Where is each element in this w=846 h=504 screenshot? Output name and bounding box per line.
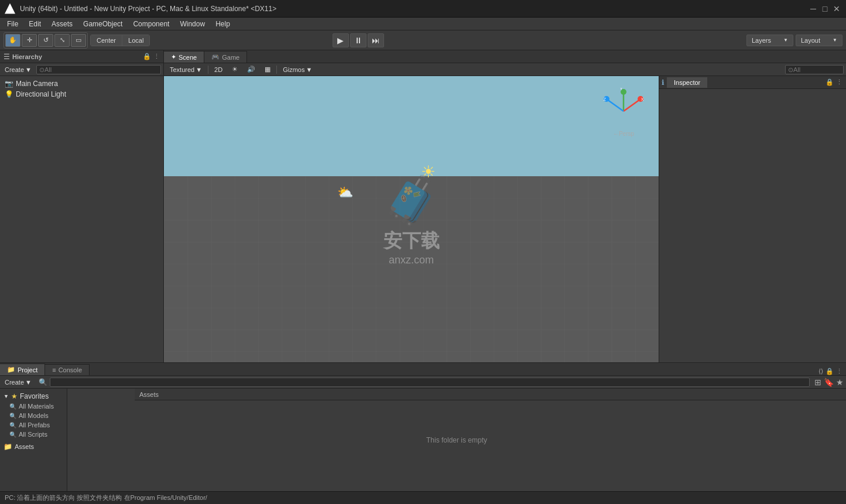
tab-scene[interactable]: ✦ Scene [164, 51, 204, 63]
hand-tool-button[interactable]: ✋ [5, 34, 20, 47]
scene-gizmos-arrow: ▼ [306, 66, 312, 73]
inspector-tab-label: Inspector [674, 79, 700, 86]
project-sidebar: ▼ ★ Favorites 🔍 All Materials 🔍 All Mode… [0, 389, 67, 491]
search-icon-materials: 🔍 [9, 403, 16, 410]
inspector-menu-button[interactable]: ⋮ [836, 78, 842, 86]
project-tab-icon: 📁 [7, 366, 15, 373]
hierarchy-search-input[interactable] [36, 65, 161, 74]
scene-textured-button[interactable]: Textured ▼ [166, 65, 205, 74]
rotate-tool-button[interactable]: ↺ [38, 34, 53, 47]
hierarchy-menu-button[interactable]: ⋮ [153, 53, 160, 60]
project-tab-label: Project [18, 366, 37, 373]
project-view-toggle-button[interactable]: ⊞ [814, 378, 821, 387]
project-lock-button[interactable]: 🔒 [826, 368, 834, 375]
scene-inspector-row: ☀ ⛅ [164, 76, 846, 362]
project-favorites-header[interactable]: ▼ ★ Favorites [0, 391, 67, 402]
scene-search-input[interactable] [785, 65, 844, 74]
main-camera-label: Main Camera [16, 80, 58, 88]
all-models-label: All Models [19, 412, 49, 419]
project-assets-folder[interactable]: 📁 Assets [0, 441, 67, 452]
project-toolbar: Create ▼ 🔍 ⊞ 🔖 ★ [0, 376, 846, 389]
project-sidebar-all-materials[interactable]: 🔍 All Materials [0, 402, 67, 411]
scene-game-tabs: ✦ Scene 🎮 Game [164, 50, 846, 63]
project-sidebar-all-models[interactable]: 🔍 All Models [0, 411, 67, 420]
menubar: File Edit Assets GameObject Component Wi… [0, 18, 846, 30]
menu-component[interactable]: Component [128, 19, 174, 29]
search-icon-scripts: 🔍 [9, 431, 16, 438]
project-bookmark-button[interactable]: 🔖 [824, 378, 834, 387]
hierarchy-item-main-camera[interactable]: 📷 Main Camera [0, 78, 163, 89]
gizmo-widget[interactable]: Y X Z ←Persp [600, 88, 647, 135]
hierarchy-item-directional-light[interactable]: 💡 Directional Light [0, 89, 163, 100]
move-tool-button[interactable]: ✛ [22, 34, 37, 47]
favorites-label: Favorites [20, 392, 49, 400]
scene-textured-arrow: ▼ [196, 66, 202, 73]
light-icon: 💡 [5, 90, 13, 98]
scene-viewport[interactable]: ☀ ⛅ [164, 76, 659, 362]
menu-gameobject[interactable]: GameObject [78, 19, 127, 29]
maximize-button[interactable]: □ [820, 4, 830, 13]
hierarchy-create-arrow: ▼ [25, 66, 32, 73]
project-files-header: Assets [135, 389, 846, 400]
svg-text:Y: Y [620, 88, 623, 91]
scene-toolbar: Textured ▼ 2D ☀ 🔊 ▦ Gizmos ▼ [164, 63, 846, 76]
minimize-button[interactable]: ─ [809, 4, 818, 13]
play-button[interactable]: ▶ [333, 33, 349, 47]
menu-edit[interactable]: Edit [24, 19, 46, 29]
main-layout: ☰ Hierarchy 🔒 ⋮ Create ▼ 📷 Main Camera 💡… [0, 50, 846, 362]
scene-effects-button[interactable]: ▦ [261, 64, 274, 74]
project-search-area: 🔍 [36, 378, 812, 387]
scene-gizmos-button[interactable]: Gizmos ▼ [279, 65, 316, 74]
pivot-local-button[interactable]: Local [122, 35, 149, 46]
project-sidebar-all-scripts[interactable]: 🔍 All Scripts [0, 430, 67, 439]
project-search-input[interactable] [50, 378, 810, 387]
center-panels: ✦ Scene 🎮 Game Textured ▼ 2D ☀ 🔊 ▦ Giz [164, 50, 846, 362]
pause-button[interactable]: ⏸ [350, 33, 367, 47]
scene-textured-label: Textured [170, 66, 194, 73]
menu-file[interactable]: File [2, 19, 23, 29]
scene-gizmos-label: Gizmos [283, 66, 304, 73]
tab-console[interactable]: ≡ Console [45, 364, 90, 375]
scene-lights-button[interactable]: ☀ [228, 64, 241, 74]
svg-text:Z: Z [604, 97, 607, 101]
tab-project[interactable]: 📁 Project [0, 364, 45, 375]
layout-dropdown[interactable]: Layout ▼ [796, 35, 842, 46]
scene-3d-view: ☀ ⛅ [164, 76, 659, 362]
svg-line-6 [607, 100, 624, 111]
pivot-space-group: Center Local [90, 35, 150, 46]
project-collapse-button[interactable]: ⟨⟩ [818, 368, 823, 375]
svg-text:X: X [641, 97, 644, 101]
rect-tool-button[interactable]: ▭ [71, 34, 86, 47]
favorites-star-icon: ★ [11, 392, 18, 400]
layers-dropdown[interactable]: Layers ▼ [746, 35, 793, 46]
project-star-filter-button[interactable]: ★ [836, 378, 844, 387]
project-menu-button[interactable]: ⋮ [836, 368, 842, 375]
assets-folder-label: Assets [15, 443, 34, 450]
project-sidebar-all-prefabs[interactable]: 🔍 All Prefabs [0, 420, 67, 430]
menu-window[interactable]: Window [175, 19, 210, 29]
inspector-tabs-row: ℹ Inspector 🔒 ⋮ [659, 76, 846, 89]
hierarchy-lock-button[interactable]: 🔒 [143, 53, 151, 60]
svg-rect-1 [164, 176, 659, 362]
scene-2d-button[interactable]: 2D [211, 65, 226, 74]
project-create-label: Create [5, 379, 24, 386]
game-tab-icon: 🎮 [211, 53, 220, 61]
menu-assets[interactable]: Assets [47, 19, 77, 29]
inspector-content [659, 89, 846, 362]
bottom-section: 📁 Project ≡ Console ⟨⟩ 🔒 ⋮ Create ▼ 🔍 [0, 362, 846, 491]
project-content: ▼ ★ Favorites 🔍 All Materials 🔍 All Mode… [0, 389, 846, 491]
hierarchy-create-button[interactable]: Create ▼ [2, 65, 34, 74]
inspector-lock-button[interactable]: 🔒 [826, 78, 834, 86]
step-button[interactable]: ⏭ [368, 33, 384, 47]
search-icon-models: 🔍 [9, 413, 16, 419]
hierarchy-panel: ☰ Hierarchy 🔒 ⋮ Create ▼ 📷 Main Camera 💡… [0, 50, 164, 362]
menu-help[interactable]: Help [211, 19, 235, 29]
scene-audio-button[interactable]: 🔊 [244, 64, 259, 74]
close-button[interactable]: ✕ [832, 4, 841, 13]
tab-inspector[interactable]: Inspector [667, 77, 707, 88]
pivot-center-button[interactable]: Center [91, 35, 122, 46]
project-create-button[interactable]: Create ▼ [2, 378, 34, 387]
project-tabs: 📁 Project ≡ Console ⟨⟩ 🔒 ⋮ [0, 363, 846, 376]
tab-game[interactable]: 🎮 Game [204, 51, 247, 63]
scale-tool-button[interactable]: ⤡ [54, 34, 70, 47]
